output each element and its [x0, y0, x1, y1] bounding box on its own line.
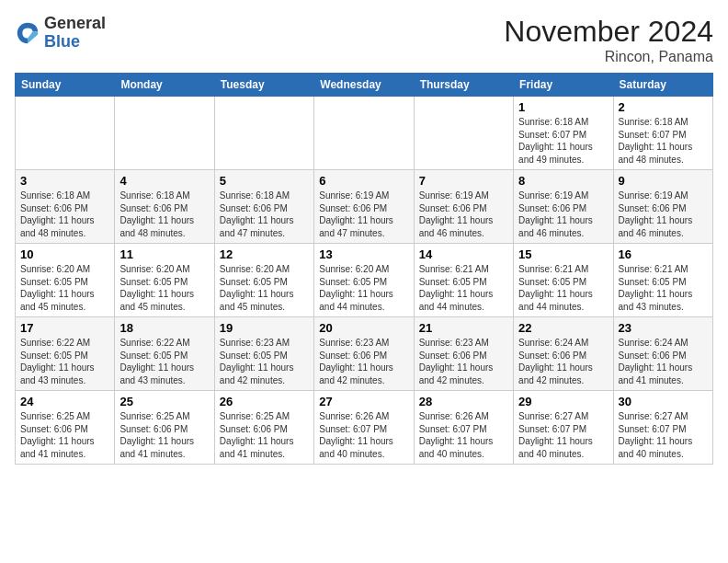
day-number: 10: [20, 247, 109, 261]
day-info: Sunrise: 6:22 AM Sunset: 6:05 PM Dayligh…: [20, 337, 109, 386]
day-number: 8: [518, 174, 608, 188]
weekday-header: Saturday: [613, 74, 712, 97]
weekday-header: Thursday: [414, 74, 513, 97]
calendar-cell: 2Sunrise: 6:18 AM Sunset: 6:07 PM Daylig…: [613, 97, 712, 170]
day-number: 17: [20, 321, 109, 335]
logo-icon: [15, 20, 40, 46]
day-info: Sunrise: 6:18 AM Sunset: 6:06 PM Dayligh…: [20, 190, 109, 239]
calendar-cell: 12Sunrise: 6:20 AM Sunset: 6:05 PM Dayli…: [214, 244, 313, 317]
calendar-cell: 30Sunrise: 6:27 AM Sunset: 6:07 PM Dayli…: [613, 391, 712, 465]
calendar-table: SundayMondayTuesdayWednesdayThursdayFrid…: [15, 73, 713, 465]
weekday-header: Sunday: [16, 74, 115, 97]
day-info: Sunrise: 6:21 AM Sunset: 6:05 PM Dayligh…: [518, 263, 608, 313]
day-number: 5: [220, 174, 309, 188]
logo-general-text: General: [44, 14, 106, 32]
calendar-header-row: SundayMondayTuesdayWednesdayThursdayFrid…: [16, 74, 713, 97]
calendar-cell: 23Sunrise: 6:24 AM Sunset: 6:06 PM Dayli…: [613, 317, 712, 391]
calendar-cell: 24Sunrise: 6:25 AM Sunset: 6:06 PM Dayli…: [16, 391, 115, 465]
calendar-cell: 26Sunrise: 6:25 AM Sunset: 6:06 PM Dayli…: [214, 391, 313, 465]
day-info: Sunrise: 6:20 AM Sunset: 6:05 PM Dayligh…: [20, 263, 109, 313]
weekday-header: Friday: [514, 74, 613, 97]
calendar-week-row: 3Sunrise: 6:18 AM Sunset: 6:06 PM Daylig…: [16, 170, 713, 244]
day-info: Sunrise: 6:20 AM Sunset: 6:05 PM Dayligh…: [319, 263, 408, 313]
day-info: Sunrise: 6:23 AM Sunset: 6:06 PM Dayligh…: [319, 337, 408, 386]
calendar-cell: 7Sunrise: 6:19 AM Sunset: 6:06 PM Daylig…: [414, 170, 513, 244]
month-title: November 2024: [504, 15, 713, 49]
calendar-week-row: 17Sunrise: 6:22 AM Sunset: 6:05 PM Dayli…: [16, 317, 713, 391]
calendar-cell: [214, 97, 313, 170]
day-info: Sunrise: 6:19 AM Sunset: 6:06 PM Dayligh…: [518, 190, 608, 239]
day-info: Sunrise: 6:23 AM Sunset: 6:05 PM Dayligh…: [220, 337, 309, 386]
day-info: Sunrise: 6:25 AM Sunset: 6:06 PM Dayligh…: [20, 410, 109, 460]
day-number: 2: [619, 100, 708, 114]
day-info: Sunrise: 6:27 AM Sunset: 6:07 PM Dayligh…: [619, 410, 708, 460]
calendar-cell: 14Sunrise: 6:21 AM Sunset: 6:05 PM Dayli…: [414, 244, 513, 317]
calendar-cell: 5Sunrise: 6:18 AM Sunset: 6:06 PM Daylig…: [214, 170, 313, 244]
day-number: 30: [619, 395, 708, 408]
day-number: 4: [119, 174, 209, 188]
calendar-cell: 11Sunrise: 6:20 AM Sunset: 6:05 PM Dayli…: [115, 244, 214, 317]
day-number: 6: [319, 174, 408, 188]
day-info: Sunrise: 6:19 AM Sunset: 6:06 PM Dayligh…: [319, 190, 408, 239]
day-info: Sunrise: 6:18 AM Sunset: 6:07 PM Dayligh…: [518, 116, 608, 166]
day-number: 12: [220, 247, 309, 261]
day-number: 25: [119, 395, 209, 408]
day-number: 28: [419, 395, 508, 408]
calendar-week-row: 10Sunrise: 6:20 AM Sunset: 6:05 PM Dayli…: [16, 244, 713, 317]
day-info: Sunrise: 6:24 AM Sunset: 6:06 PM Dayligh…: [518, 337, 608, 386]
calendar-cell: 4Sunrise: 6:18 AM Sunset: 6:06 PM Daylig…: [115, 170, 214, 244]
calendar-week-row: 1Sunrise: 6:18 AM Sunset: 6:07 PM Daylig…: [16, 97, 713, 170]
page-header: General Blue November 2024 Rincon, Panam…: [15, 15, 713, 65]
day-info: Sunrise: 6:25 AM Sunset: 6:06 PM Dayligh…: [119, 410, 209, 460]
day-info: Sunrise: 6:22 AM Sunset: 6:05 PM Dayligh…: [119, 337, 209, 386]
day-info: Sunrise: 6:25 AM Sunset: 6:06 PM Dayligh…: [220, 410, 309, 460]
day-number: 16: [619, 247, 708, 261]
calendar-cell: 28Sunrise: 6:26 AM Sunset: 6:07 PM Dayli…: [414, 391, 513, 465]
calendar-cell: 29Sunrise: 6:27 AM Sunset: 6:07 PM Dayli…: [514, 391, 613, 465]
day-info: Sunrise: 6:27 AM Sunset: 6:07 PM Dayligh…: [518, 410, 608, 460]
day-info: Sunrise: 6:19 AM Sunset: 6:06 PM Dayligh…: [419, 190, 508, 239]
day-info: Sunrise: 6:21 AM Sunset: 6:05 PM Dayligh…: [619, 263, 708, 313]
day-number: 20: [319, 321, 408, 335]
calendar-cell: 22Sunrise: 6:24 AM Sunset: 6:06 PM Dayli…: [514, 317, 613, 391]
logo: General Blue: [15, 15, 106, 52]
day-number: 7: [419, 174, 508, 188]
calendar-week-row: 24Sunrise: 6:25 AM Sunset: 6:06 PM Dayli…: [16, 391, 713, 465]
title-block: November 2024 Rincon, Panama: [504, 15, 713, 65]
day-number: 29: [518, 395, 608, 408]
calendar-cell: 21Sunrise: 6:23 AM Sunset: 6:06 PM Dayli…: [414, 317, 513, 391]
calendar-cell: [16, 97, 115, 170]
day-info: Sunrise: 6:18 AM Sunset: 6:06 PM Dayligh…: [119, 190, 209, 239]
calendar-cell: 8Sunrise: 6:19 AM Sunset: 6:06 PM Daylig…: [514, 170, 613, 244]
day-info: Sunrise: 6:20 AM Sunset: 6:05 PM Dayligh…: [119, 263, 209, 313]
weekday-header: Monday: [115, 74, 214, 97]
location: Rincon, Panama: [504, 49, 713, 65]
day-number: 22: [518, 321, 608, 335]
day-info: Sunrise: 6:20 AM Sunset: 6:05 PM Dayligh…: [220, 263, 309, 313]
calendar-cell: 27Sunrise: 6:26 AM Sunset: 6:07 PM Dayli…: [314, 391, 414, 465]
day-number: 24: [20, 395, 109, 408]
calendar-cell: [314, 97, 414, 170]
calendar-cell: 17Sunrise: 6:22 AM Sunset: 6:05 PM Dayli…: [16, 317, 115, 391]
calendar-cell: [414, 97, 513, 170]
day-number: 14: [419, 247, 508, 261]
calendar-cell: 20Sunrise: 6:23 AM Sunset: 6:06 PM Dayli…: [314, 317, 414, 391]
calendar-cell: 15Sunrise: 6:21 AM Sunset: 6:05 PM Dayli…: [514, 244, 613, 317]
day-info: Sunrise: 6:19 AM Sunset: 6:06 PM Dayligh…: [619, 190, 708, 239]
day-number: 21: [419, 321, 508, 335]
day-info: Sunrise: 6:24 AM Sunset: 6:06 PM Dayligh…: [619, 337, 708, 386]
day-number: 11: [119, 247, 209, 261]
day-number: 18: [119, 321, 209, 335]
day-number: 27: [319, 395, 408, 408]
calendar-cell: 10Sunrise: 6:20 AM Sunset: 6:05 PM Dayli…: [16, 244, 115, 317]
calendar-cell: 9Sunrise: 6:19 AM Sunset: 6:06 PM Daylig…: [613, 170, 712, 244]
weekday-header: Wednesday: [314, 74, 414, 97]
day-number: 26: [220, 395, 309, 408]
calendar-cell: 16Sunrise: 6:21 AM Sunset: 6:05 PM Dayli…: [613, 244, 712, 317]
calendar-cell: 25Sunrise: 6:25 AM Sunset: 6:06 PM Dayli…: [115, 391, 214, 465]
day-number: 3: [20, 174, 109, 188]
day-number: 19: [220, 321, 309, 335]
calendar-cell: 1Sunrise: 6:18 AM Sunset: 6:07 PM Daylig…: [514, 97, 613, 170]
day-info: Sunrise: 6:21 AM Sunset: 6:05 PM Dayligh…: [419, 263, 508, 313]
day-number: 23: [619, 321, 708, 335]
